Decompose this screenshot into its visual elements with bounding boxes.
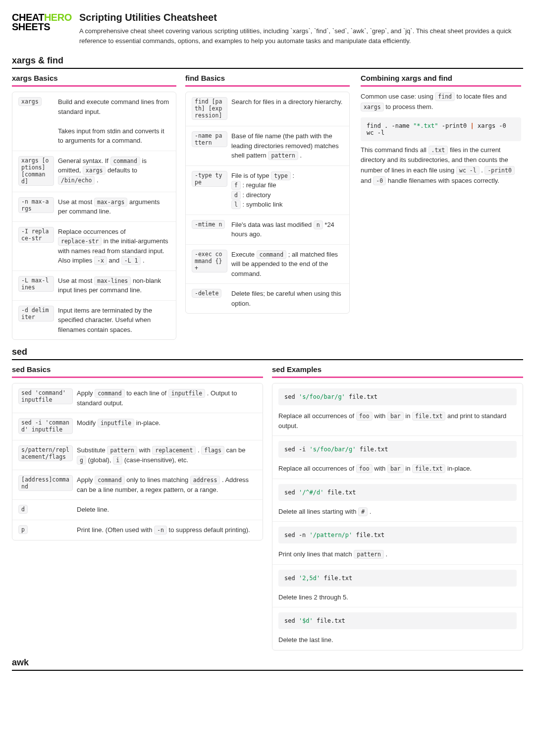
logo-line2: SHEETS [12, 21, 50, 32]
table-row: sed -i 'command' inputfileModify inputfi… [12, 413, 263, 440]
table-row: -exec command {} +Execute command ; all … [186, 245, 349, 284]
sed-examples-card: sed 's/foo/bar/g' file.txtReplace all oc… [272, 383, 523, 650]
col-sed-basics: sed Basics sed 'command' inputfileApply … [12, 365, 263, 650]
table-row: -I replace-strReplace occurrences of rep… [12, 222, 176, 271]
sed-examples-title: sed Examples [272, 365, 523, 378]
combining-intro: Common use case: using find to locate fi… [361, 92, 521, 112]
find-basics-card: find [path] [expression]Search for files… [185, 92, 350, 314]
combining-code: find . -name "*.txt" -print0 | xargs -0 … [361, 117, 521, 141]
table-row: -mtime nFile's data was last modified n … [186, 215, 349, 245]
table-row: -type typeFile is of type type :f : regu… [186, 166, 349, 215]
table-row: -L max-linesUse at most max-lines non-bl… [12, 271, 176, 301]
combining-explain: This command finds all .txt files in the… [361, 145, 521, 186]
table-row: -name patternBase of file name (the path… [186, 126, 349, 166]
table-row: s/pattern/replacement/flagsSubstitute pa… [12, 440, 263, 470]
page-subtitle: A comprehensive cheat sheet covering var… [79, 26, 523, 46]
table-row: dDelete line. [12, 500, 263, 520]
example-row: sed '2,5d' file.txtDelete lines 2 throug… [272, 565, 523, 608]
table-row: xargs [options] [command]General syntax.… [12, 151, 176, 192]
page-title: Scripting Utilities Cheatsheet [79, 12, 523, 23]
table-row: [address]commandApply command only to li… [12, 470, 263, 500]
table-row: sed 'command' inputfileApply command to … [12, 383, 263, 413]
table-row: -deleteDelete files; be careful when usi… [186, 284, 349, 313]
table-row: -n max-argsUse at most max-args argument… [12, 192, 176, 222]
section-xargs-find: xargs & find [12, 55, 523, 69]
col-combining: Combining xargs and find Common use case… [359, 74, 523, 340]
example-row: sed -i 's/foo/bar/g' file.txtReplace all… [272, 436, 523, 479]
table-row: pPrint line. (Often used with -n to supp… [12, 520, 263, 540]
xargs-basics-card: xargsBuild and execute command lines fro… [12, 92, 176, 340]
sed-basics-card: sed 'command' inputfileApply command to … [12, 383, 263, 540]
sed-basics-title: sed Basics [12, 365, 263, 378]
example-row: sed -n '/pattern/p' file.txtPrint only l… [272, 522, 523, 565]
example-row: sed 's/foo/bar/g' file.txtReplace all oc… [272, 383, 523, 436]
table-row: -d delimiterInput items are terminated b… [12, 301, 176, 340]
combining-title: Combining xargs and find [361, 74, 521, 87]
col-sed-examples: sed Examples sed 's/foo/bar/g' file.txtR… [272, 365, 523, 650]
logo: CHEATHERO SHEETS [12, 12, 71, 33]
section-sed: sed [12, 347, 523, 360]
example-row: sed '$d' file.txtDelete the last line. [272, 607, 523, 650]
page-header: CHEATHERO SHEETS Scripting Utilities Che… [12, 12, 523, 46]
table-row: find [path] [expression]Search for files… [186, 92, 349, 126]
example-row: sed '/^#/d' file.txtDelete all lines sta… [272, 479, 523, 522]
table-row: xargsBuild and execute command lines fro… [12, 92, 176, 151]
section-awk: awk [12, 657, 523, 671]
col-xargs-basics: xargs Basics xargsBuild and execute comm… [12, 74, 176, 340]
xargs-basics-title: xargs Basics [12, 74, 176, 87]
find-basics-title: find Basics [185, 74, 350, 87]
col-find-basics: find Basics find [path] [expression]Sear… [185, 74, 350, 340]
